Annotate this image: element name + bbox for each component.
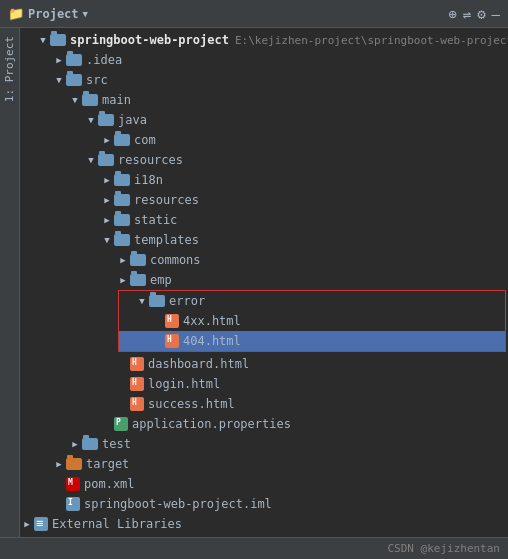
- 4xx-item[interactable]: 4xx.html: [119, 311, 505, 331]
- resources-label: resources: [118, 153, 183, 167]
- pom-item[interactable]: pom.xml: [20, 474, 508, 494]
- error-group: error 4xx.html 404.html: [118, 290, 506, 352]
- src-item[interactable]: src: [20, 70, 508, 90]
- resources-item[interactable]: resources: [20, 150, 508, 170]
- idea-item[interactable]: .idea: [20, 50, 508, 70]
- 404-item[interactable]: 404.html: [119, 331, 505, 351]
- 4xx-file-icon: [165, 314, 179, 328]
- statusbar-text: CSDN @kejizhentan: [387, 542, 500, 555]
- appprops-item[interactable]: application.properties: [20, 414, 508, 434]
- emp-arrow: [116, 275, 130, 285]
- src-arrow: [52, 75, 66, 85]
- toolbar-icons: ⊕ ⇌ ⚙ —: [448, 7, 500, 21]
- root-folder-icon: [50, 34, 66, 46]
- commons-folder-icon: [130, 254, 146, 266]
- idea-folder-icon: [66, 54, 82, 66]
- src-label: src: [86, 73, 108, 87]
- java-folder-icon: [98, 114, 114, 126]
- tree-panel: springboot-web-project E:\kejizhen-proje…: [20, 28, 508, 559]
- main-label: main: [102, 93, 131, 107]
- com-arrow: [100, 135, 114, 145]
- commons-label: commons: [150, 253, 201, 267]
- commons-arrow: [116, 255, 130, 265]
- test-arrow: [68, 439, 82, 449]
- target-item[interactable]: target: [20, 454, 508, 474]
- external-libraries-item[interactable]: External Libraries: [20, 514, 508, 534]
- statusbar: CSDN @kejizhentan: [0, 537, 508, 559]
- resources-arrow: [84, 155, 98, 165]
- pom-label: pom.xml: [84, 477, 135, 491]
- dropdown-arrow[interactable]: ▼: [83, 9, 88, 19]
- tree-root[interactable]: springboot-web-project E:\kejizhen-proje…: [20, 30, 508, 50]
- resources2-item[interactable]: resources: [20, 190, 508, 210]
- idea-label: .idea: [86, 53, 122, 67]
- test-label: test: [102, 437, 131, 451]
- minimize-icon[interactable]: —: [492, 7, 500, 21]
- i18n-folder-icon: [114, 174, 130, 186]
- globe-icon[interactable]: ⊕: [448, 7, 456, 21]
- error-item[interactable]: error: [119, 291, 505, 311]
- com-item[interactable]: com: [20, 130, 508, 150]
- success-item[interactable]: success.html: [20, 394, 508, 414]
- commons-item[interactable]: commons: [20, 250, 508, 270]
- 404-file-icon: [165, 334, 179, 348]
- com-label: com: [134, 133, 156, 147]
- java-item[interactable]: java: [20, 110, 508, 130]
- idea-arrow: [52, 55, 66, 65]
- resources2-arrow: [100, 195, 114, 205]
- 404-label: 404.html: [183, 334, 241, 348]
- test-item[interactable]: test: [20, 434, 508, 454]
- toolbar-left: 📁 Project ▼: [8, 6, 88, 21]
- root-path: E:\kejizhen-project\springboot-web-proje…: [235, 34, 508, 47]
- src-folder-icon: [66, 74, 82, 86]
- toolbar-title: Project: [28, 7, 79, 21]
- target-folder-icon: [66, 458, 82, 470]
- 4xx-label: 4xx.html: [183, 314, 241, 328]
- java-label: java: [118, 113, 147, 127]
- resources2-folder-icon: [114, 194, 130, 206]
- root-label: springboot-web-project: [70, 33, 229, 47]
- static-label: static: [134, 213, 177, 227]
- appprops-label: application.properties: [132, 417, 291, 431]
- error-arrow: [135, 296, 149, 306]
- test-folder-icon: [82, 438, 98, 450]
- com-folder-icon: [114, 134, 130, 146]
- i18n-label: i18n: [134, 173, 163, 187]
- main-layout: 1: Project springboot-web-project E:\kej…: [0, 28, 508, 559]
- templates-folder-icon: [114, 234, 130, 246]
- appprops-file-icon: [114, 417, 128, 431]
- i18n-arrow: [100, 175, 114, 185]
- dashboard-item[interactable]: dashboard.html: [20, 354, 508, 374]
- static-arrow: [100, 215, 114, 225]
- login-file-icon: [130, 377, 144, 391]
- extlib-arrow: [20, 519, 34, 529]
- pom-file-icon: [66, 477, 80, 491]
- iml-file-icon: [66, 497, 80, 511]
- static-item[interactable]: static: [20, 210, 508, 230]
- iml-item[interactable]: springboot-web-project.iml: [20, 494, 508, 514]
- extlib-icon: [34, 517, 48, 531]
- target-label: target: [86, 457, 129, 471]
- main-arrow: [68, 95, 82, 105]
- gear-icon[interactable]: ⚙: [477, 7, 485, 21]
- templates-item[interactable]: templates: [20, 230, 508, 250]
- success-file-icon: [130, 397, 144, 411]
- error-folder-icon: [149, 295, 165, 307]
- iml-label: springboot-web-project.iml: [84, 497, 272, 511]
- side-tab: 1: Project: [0, 28, 20, 559]
- target-arrow: [52, 459, 66, 469]
- main-folder-icon: [82, 94, 98, 106]
- split-icon[interactable]: ⇌: [463, 7, 471, 21]
- main-item[interactable]: main: [20, 90, 508, 110]
- emp-item[interactable]: emp: [20, 270, 508, 290]
- resources-folder-icon: [98, 154, 114, 166]
- error-label: error: [169, 294, 205, 308]
- root-arrow: [36, 35, 50, 45]
- dashboard-file-icon: [130, 357, 144, 371]
- templates-label: templates: [134, 233, 199, 247]
- login-item[interactable]: login.html: [20, 374, 508, 394]
- i18n-item[interactable]: i18n: [20, 170, 508, 190]
- success-label: success.html: [148, 397, 235, 411]
- toolbar: 📁 Project ▼ ⊕ ⇌ ⚙ —: [0, 0, 508, 28]
- dashboard-label: dashboard.html: [148, 357, 249, 371]
